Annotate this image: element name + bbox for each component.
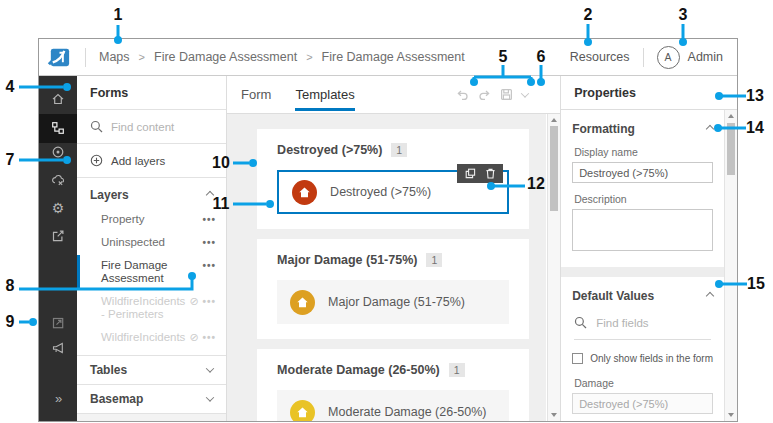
formatting-section-title: Formatting [572,122,635,136]
chevron-down-icon [206,393,214,401]
breadcrumb-level1[interactable]: Fire Damage Assessment [154,50,297,64]
tables-section-header[interactable]: Tables [77,355,226,384]
template-symbol-moderate-damage [290,400,315,422]
properties-panel: Properties Formatting Display name Descr… [560,76,737,421]
breadcrumb-root[interactable]: Maps [99,50,130,64]
layer-label: Property [101,213,199,226]
callout-4: 4 [6,79,15,95]
layer-label: Uninspected [101,236,199,249]
save-icon[interactable] [500,88,513,101]
resources-link[interactable]: Resources [570,50,630,64]
layer-options-icon[interactable]: ••• [203,259,217,272]
layer-options-icon[interactable]: ••• [203,331,217,344]
template-hover-toolbar [457,164,503,183]
tables-section-title: Tables [90,363,127,377]
layer-row-property[interactable]: Property ••• [77,208,226,231]
breadcrumb-separator: > [306,51,312,63]
only-show-fields-checkbox[interactable] [572,353,583,364]
callout-6: 6 [537,49,546,65]
callout-9: 9 [6,314,15,330]
find-fields-search[interactable] [574,316,711,340]
undo-icon[interactable] [456,89,469,101]
avatar[interactable]: A [657,46,680,69]
top-bar: Maps > Fire Damage Assessment > Fire Dam… [39,39,737,76]
only-show-fields-label: Only show fields in the form [590,353,713,364]
display-name-label: Display name [574,146,713,158]
sharing-icon[interactable] [52,230,65,243]
layer-row-wildfireincidents-perimeters[interactable]: WildfireIncidents - Perimeters ⊘ ••• [77,290,226,326]
template-card-major-damage[interactable]: Major Damage (51-75%) [277,280,509,324]
add-layers-button[interactable]: Add layers [77,144,226,178]
layer-row-fire-damage-assessment[interactable]: Fire Damage Assessment ••• [77,254,226,290]
home-icon[interactable] [52,93,65,106]
properties-scrollbar[interactable] [724,110,737,421]
description-label: Description [574,193,713,205]
forms-icon[interactable] [52,122,65,135]
description-textarea[interactable] [572,209,713,251]
template-group-title: Moderate Damage (26-50%) [277,363,440,377]
delete-trash-icon[interactable] [485,168,496,179]
damage-field-input[interactable] [572,393,713,414]
chevron-down-icon [206,364,214,372]
scroll-up-arrow[interactable] [551,118,557,122]
layers-section-header[interactable]: Layers [77,178,226,208]
template-card-moderate-damage[interactable]: Moderate Damage (26-50%) [277,390,509,421]
template-group-title: Major Damage (51-75%) [277,253,417,267]
layer-row-uninspected[interactable]: Uninspected ••• [77,231,226,254]
template-symbol-destroyed [292,180,317,205]
template-card-destroyed[interactable]: Destroyed (>75%) [277,170,509,214]
layer-disabled-icon: ⊘ [189,331,198,344]
duplicate-icon[interactable] [465,168,476,179]
default-values-section: Default Values Only show fields in the f… [561,277,724,421]
template-group-destroyed: Destroyed (>75%) 1 [257,129,529,229]
callout-14: 14 [746,120,764,136]
scroll-down-arrow[interactable] [551,413,557,417]
offline-icon[interactable] [51,174,65,187]
layer-options-icon[interactable]: ••• [203,295,217,308]
settings-gear-icon[interactable]: ⚙ [52,201,65,215]
templates-list: Destroyed (>75%) 1 [227,114,546,421]
form-builder-panel: Form Templates [227,76,560,421]
properties-panel-title: Properties [561,76,737,110]
chevron-up-icon[interactable] [706,292,714,300]
add-layers-label: Add layers [111,155,165,167]
chevron-up-icon[interactable] [706,125,714,133]
feedback-megaphone-icon[interactable] [52,342,65,355]
templates-scrollbar[interactable] [547,114,560,421]
display-name-input[interactable] [572,162,713,183]
layer-label: Fire Damage Assessment [101,259,199,285]
scrollbar-thumb[interactable] [727,123,735,175]
open-in-app-icon[interactable] [52,317,65,330]
scroll-up-arrow[interactable] [728,114,734,118]
template-count-badge: 1 [391,143,407,157]
layer-options-icon[interactable]: ••• [203,213,217,226]
house-icon [296,406,309,419]
tab-templates[interactable]: Templates [295,76,354,113]
find-content-search[interactable] [77,110,226,144]
layer-options-icon[interactable]: ••• [203,236,217,249]
redo-icon[interactable] [478,89,491,101]
house-icon [298,186,311,199]
basemap-section-header[interactable]: Basemap [77,384,226,413]
builder-tabs: Form Templates [227,76,560,114]
callout-11: 11 [213,196,230,212]
app-logo-icon [47,45,72,70]
layers-section-title: Layers [90,188,129,202]
layer-row-wildfireincidents[interactable]: WildfireIncidents ⊘ ••• [77,326,226,349]
save-options-chevron-icon[interactable] [521,89,529,97]
callout-1: 1 [114,7,123,23]
template-symbol-major-damage [290,290,315,315]
template-group-major-damage: Major Damage (51-75%) 1 Major Damage (51… [257,239,529,339]
app-sidebar-rail: ⚙ » [39,76,77,421]
scrollbar-thumb[interactable] [550,126,558,211]
find-content-input[interactable] [111,121,191,133]
find-fields-input[interactable] [596,317,686,329]
forms-panel-title: Forms [77,76,226,110]
tab-form[interactable]: Form [241,76,271,113]
admin-menu[interactable]: Admin [688,50,723,64]
scroll-down-arrow[interactable] [728,413,734,417]
template-group-moderate-damage: Moderate Damage (26-50%) 1 Moderate Dama… [257,349,529,421]
geofences-icon[interactable] [52,146,65,159]
collapse-rail-icon[interactable]: » [55,392,61,405]
callout-12: 12 [527,176,545,192]
